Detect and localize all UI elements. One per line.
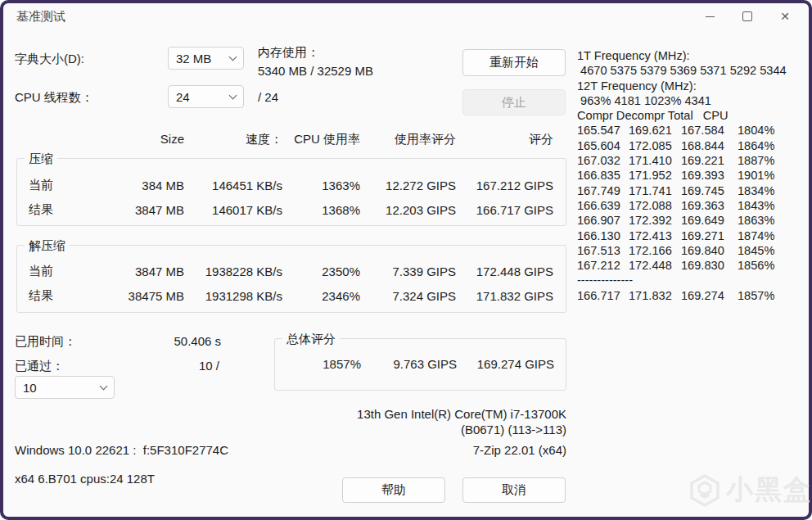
cell-rating: 166.717 GIPS xyxy=(456,203,553,217)
cpu-threads-total: / 24 xyxy=(258,90,278,104)
pass-cpu: 1863% xyxy=(738,213,808,228)
heybox-watermark: 小黑盒 xyxy=(688,472,812,509)
pass-decompr: 172.166 xyxy=(629,243,681,258)
pass-result-row: 167.212 172.448 169.830 1856% xyxy=(577,258,808,273)
pass-cpu: 1864% xyxy=(738,138,808,153)
title-bar: 基准测试 ✕ xyxy=(0,0,812,33)
pass-total: 169.363 xyxy=(681,198,738,213)
pass-cpu: 1856% xyxy=(738,258,808,273)
pass-total: 169.830 xyxy=(681,258,738,273)
pass-total: 167.584 xyxy=(681,123,738,138)
memory-usage-label: 内存使用： xyxy=(258,45,319,61)
row-label: 当前 xyxy=(17,178,90,193)
pass-cpu: 1843% xyxy=(738,198,808,213)
pass-separator: -------------- xyxy=(577,273,808,287)
maximize-button[interactable] xyxy=(729,3,766,29)
pass-cpu: 1857% xyxy=(738,288,808,303)
decompression-group-title: 解压缩 xyxy=(25,237,70,254)
cell-rating: 171.832 GIPS xyxy=(456,289,553,303)
cell-speed: 146451 KB/s xyxy=(184,179,282,192)
pass-total: 168.844 xyxy=(681,138,738,153)
frequency-line: 12T Frequency (MHz): xyxy=(577,79,808,93)
cell-usage-rating: 12.203 GIPS xyxy=(360,203,456,217)
help-button[interactable]: 帮助 xyxy=(342,477,445,503)
pass-cpu: 1887% xyxy=(738,153,808,168)
frequency-line: Compr Decompr Total CPU xyxy=(577,108,808,123)
cell-size: 3847 MB xyxy=(90,265,184,278)
pass-compr: 165.547 xyxy=(577,123,629,138)
pass-decompr: 171.741 xyxy=(629,183,681,198)
pass-total: 169.274 xyxy=(681,288,738,303)
frequency-line: 4670 5375 5379 5369 5371 5292 5344 xyxy=(577,63,808,78)
cpu-name: 13th Gen Intel(R) Core(TM) i7-13700K xyxy=(357,407,566,421)
pass-total: 169.271 xyxy=(681,228,738,243)
pass-result-row: 166.130 172.413 169.271 1874% xyxy=(577,228,808,243)
pass-decompr: 171.410 xyxy=(629,153,681,168)
pass-decompr: 172.085 xyxy=(629,138,681,153)
header-cpu-usage: CPU 使用率 xyxy=(282,132,360,147)
pass-total: 169.840 xyxy=(681,243,738,258)
pass-result-row: 167.032 171.410 169.221 1887% xyxy=(577,153,808,168)
cell-rating: 167.212 GIPS xyxy=(456,179,553,192)
pass-result-row: 166.907 172.392 169.649 1863% xyxy=(577,213,808,228)
table-row: 结果 38475 MB 1931298 KB/s 2346% 7.324 GIP… xyxy=(17,283,566,308)
memory-usage-value: 5340 MB / 32529 MB xyxy=(258,64,373,78)
pass-compr: 167.749 xyxy=(577,183,629,198)
pass-total-row: 166.717 171.832 169.274 1857% xyxy=(577,288,808,303)
row-label: 结果 xyxy=(17,288,90,304)
cpu-threads-select[interactable]: 24 xyxy=(168,85,244,108)
pass-compr: 166.639 xyxy=(577,198,629,213)
restart-button[interactable]: 重新开始 xyxy=(462,49,566,76)
pass-result-row: 166.835 171.952 169.393 1901% xyxy=(577,168,808,183)
pass-compr: 167.212 xyxy=(577,258,629,273)
cell-size: 3847 MB xyxy=(90,203,184,217)
pass-compr: 165.604 xyxy=(577,138,629,153)
total-rating-group: 总体评分 1857% 9.763 GIPS 169.274 GIPS xyxy=(274,338,566,391)
results-header: Size 速度： CPU 使用率 使用率评分 评分 xyxy=(16,132,566,147)
cell-size: 384 MB xyxy=(90,179,184,192)
pass-decompr: 171.952 xyxy=(629,168,681,183)
pass-cpu: 1874% xyxy=(738,228,808,243)
pass-compr: 167.513 xyxy=(577,243,629,258)
compression-group-title: 压缩 xyxy=(25,151,57,167)
benchmark-window: 基准测试 ✕ 字典大小(D): 32 MB 内存使用： 5340 MB / 32… xyxy=(0,0,812,520)
pass-result-row: 165.604 172.085 168.844 1864% xyxy=(577,138,808,153)
pass-decompr: 171.832 xyxy=(629,288,681,303)
total-rating-title: 总体评分 xyxy=(282,331,340,347)
cell-cpu-usage: 2346% xyxy=(282,289,360,303)
heybox-watermark-text: 小黑盒 xyxy=(726,472,812,509)
cell-usage-rating: 7.339 GIPS xyxy=(360,265,456,278)
minimize-button[interactable] xyxy=(691,3,729,29)
pass-compr: 167.032 xyxy=(577,153,629,168)
pass-result-row: 165.547 169.621 167.584 1804% xyxy=(577,123,808,138)
dictionary-size-select[interactable]: 32 MB xyxy=(168,47,244,70)
heybox-logo-icon xyxy=(688,474,721,507)
cell-speed: 1938228 KB/s xyxy=(184,265,282,278)
close-button[interactable]: ✕ xyxy=(766,3,804,29)
compression-group: 压缩 当前 384 MB 146451 KB/s 1363% 12.272 GI… xyxy=(16,158,566,226)
caption-buttons: ✕ xyxy=(691,3,804,29)
pass-total: 169.393 xyxy=(681,168,738,183)
cell-cpu-usage: 2350% xyxy=(282,265,360,278)
build-info: x64 6.B701 cpus:24 128T xyxy=(15,472,155,486)
cancel-button[interactable]: 取消 xyxy=(462,477,566,503)
minimize-icon xyxy=(706,16,715,17)
table-row: 结果 3847 MB 146017 KB/s 1368% 12.203 GIPS… xyxy=(17,197,566,222)
pass-compr: 166.717 xyxy=(577,288,629,303)
row-label: 当前 xyxy=(17,264,90,279)
cell-usage-rating: 7.324 GIPS xyxy=(360,289,456,303)
cell-size: 38475 MB xyxy=(90,289,184,303)
dictionary-size-value: 32 MB xyxy=(176,52,211,66)
header-speed: 速度： xyxy=(184,132,282,147)
header-usage-rating: 使用率评分 xyxy=(360,132,456,147)
pass-result-row: 167.513 172.166 169.840 1845% xyxy=(577,243,808,258)
cell-usage-rating: 12.272 GIPS xyxy=(360,179,456,192)
pass-decompr: 172.392 xyxy=(629,213,681,228)
total-usage-rating: 9.763 GIPS xyxy=(361,357,457,371)
pass-compr: 166.130 xyxy=(577,228,629,243)
chevron-down-icon xyxy=(100,382,108,391)
pass-decompr: 169.621 xyxy=(629,123,681,138)
passes-select-value: 10 xyxy=(23,381,37,395)
stop-button[interactable]: 停止 xyxy=(462,89,566,115)
passes-select[interactable]: 10 xyxy=(15,376,115,399)
